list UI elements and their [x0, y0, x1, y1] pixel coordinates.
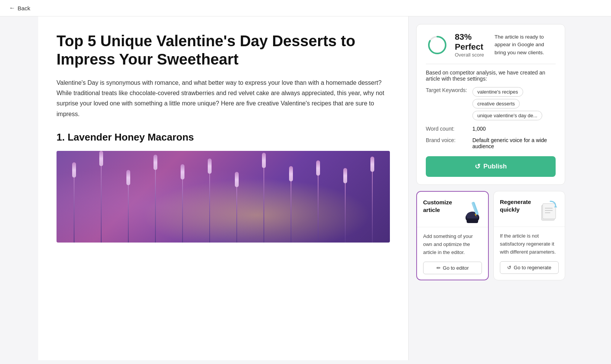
score-percent: 83% [455, 32, 472, 42]
stem2 [101, 162, 102, 243]
wordcount-label: Word count: [426, 126, 468, 132]
stem8 [263, 164, 264, 243]
regenerate-card-body: If the article is not satisfactory regen… [494, 227, 565, 279]
top-bar: ← Back [0, 0, 611, 16]
article-intro: Valentine's Day is synonymous with roman… [57, 78, 390, 119]
keyword-tag-1: valentine's recipes [472, 87, 523, 97]
back-button[interactable]: ← Back [9, 5, 30, 11]
stem7 [236, 183, 237, 243]
keyword-tags: valentine's recipes creative desserts un… [472, 87, 556, 120]
section1-title: 1. Lavender Honey Macarons [57, 131, 390, 143]
svg-rect-7 [543, 204, 556, 219]
score-card: 83% Perfect Overall score The article is… [416, 24, 565, 185]
brand-label: Brand voice: [426, 137, 468, 143]
stem11 [345, 180, 346, 243]
editor-btn-label: Go to editor [443, 265, 469, 271]
article-title: Top 5 Unique Valentine's Day Desserts to… [57, 32, 390, 68]
customize-card-title: Customize article [423, 199, 459, 214]
score-perfect-label: Perfect [455, 42, 483, 52]
stem9 [291, 178, 291, 243]
score-header: 83% Perfect Overall score The article is… [426, 32, 556, 58]
regenerate-card: Regenerate quickly [493, 191, 565, 280]
flower-decoration [57, 151, 390, 243]
regenerate-description: If the article is not satisfactory regen… [500, 232, 559, 256]
regenerate-icon [536, 198, 559, 221]
regenerate-card-top: Regenerate quickly [494, 191, 565, 227]
stem1 [74, 174, 74, 243]
regenerate-btn-label: Go to regenerate [514, 265, 551, 270]
editor-btn-icon: ✏ [436, 265, 441, 271]
action-cards-row: Customize article [416, 191, 565, 280]
stem6 [209, 170, 210, 243]
publish-button[interactable]: ↺ Publish [426, 156, 556, 177]
keywords-label: Target Keywords: [426, 87, 468, 93]
stem5 [182, 176, 183, 243]
regenerate-btn-icon: ↺ [507, 265, 511, 270]
back-arrow-icon: ← [9, 5, 15, 11]
wordcount-row: Word count: 1,000 [426, 126, 556, 132]
score-svg [426, 34, 449, 57]
go-to-editor-button[interactable]: ✏ Go to editor [423, 262, 482, 274]
svg-rect-2 [467, 218, 478, 223]
publish-icon: ↺ [475, 162, 480, 171]
regenerate-illustration [536, 198, 563, 225]
publish-label: Publish [483, 163, 507, 170]
customize-illustration [459, 199, 486, 225]
keyword-tag-2: creative desserts [472, 99, 520, 108]
main-layout: Top 5 Unique Valentine's Day Desserts to… [38, 16, 573, 360]
stem4 [155, 166, 156, 243]
article-image [57, 151, 390, 243]
back-label: Back [18, 5, 30, 11]
score-circle [426, 34, 449, 57]
regenerate-card-title: Regenerate quickly [500, 198, 536, 213]
stem12 [372, 168, 373, 243]
customize-card: Customize article [416, 191, 489, 280]
wordcount-value: 1,000 [472, 126, 486, 132]
brand-row: Brand voice: Default generic voice for a… [426, 137, 556, 149]
go-to-regenerate-button[interactable]: ↺ Go to regenerate [500, 261, 559, 274]
score-sublabel: Overall score [455, 52, 488, 58]
score-percent-label: 83% Perfect [455, 32, 488, 52]
customize-icon [459, 199, 482, 222]
customize-card-top: Customize article [417, 192, 488, 227]
sidebar: 83% Perfect Overall score The article is… [409, 16, 573, 360]
score-text-group: 83% Perfect Overall score [455, 32, 488, 58]
stem3 [128, 181, 129, 243]
customize-description: Add something of your own and optimize t… [423, 233, 482, 256]
article-panel: Top 5 Unique Valentine's Day Desserts to… [38, 16, 409, 360]
brand-value: Default generic voice for a wide audienc… [472, 137, 556, 149]
customize-card-body: Add something of your own and optimize t… [417, 227, 488, 280]
analysis-text: Based on competitor analysis, we have cr… [426, 70, 556, 82]
keyword-tag-3: unique valentine's day de... [472, 111, 542, 120]
score-description: The article is ready to appear in Google… [495, 33, 556, 57]
divider1 [426, 64, 556, 64]
stem10 [318, 172, 318, 243]
keywords-row: Target Keywords: valentine's recipes cre… [426, 87, 556, 120]
